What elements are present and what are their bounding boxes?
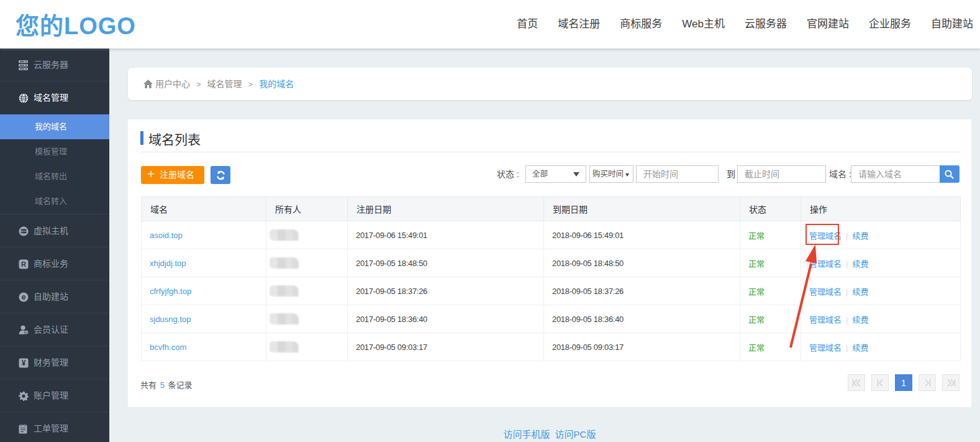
svg-text:e: e (22, 293, 26, 302)
svg-text:R: R (21, 260, 26, 268)
svg-text:¥: ¥ (22, 359, 26, 367)
